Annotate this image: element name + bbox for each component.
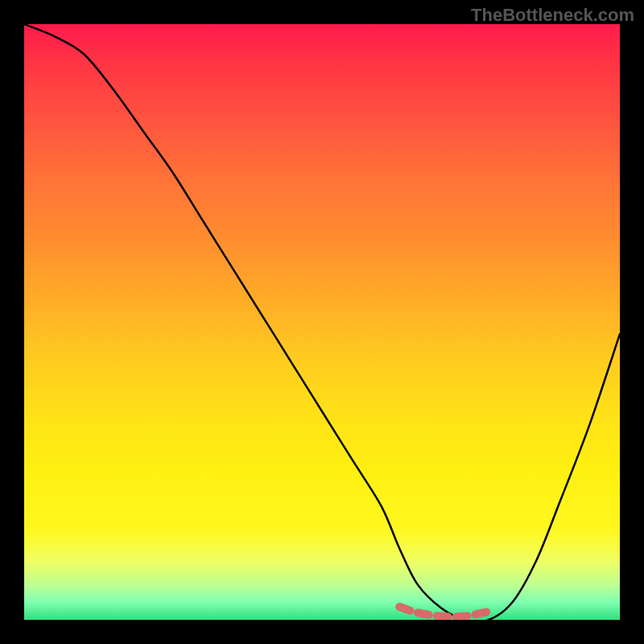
chart-svg xyxy=(24,24,620,620)
highlight-segment xyxy=(399,607,489,617)
watermark-text: TheBottleneck.com xyxy=(471,5,634,26)
plot-area xyxy=(24,24,620,620)
bottleneck-curve xyxy=(24,24,620,620)
chart-container: TheBottleneck.com xyxy=(0,0,644,644)
